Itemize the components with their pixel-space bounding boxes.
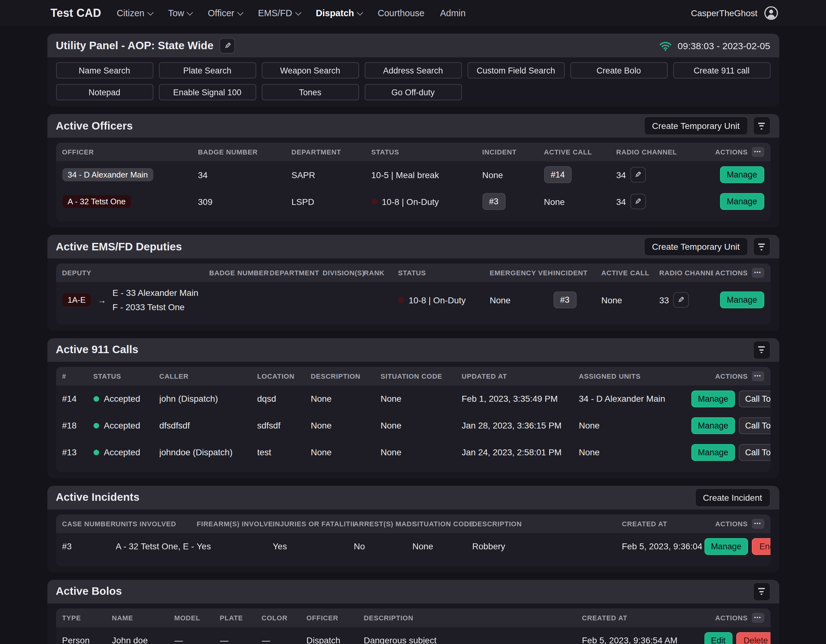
- nav-item-dispatch[interactable]: Dispatch: [316, 8, 362, 18]
- updated-at-cell: Jan 24, 2023, 2:58:01 PM: [462, 447, 579, 457]
- manage-call-button[interactable]: Manage: [691, 390, 735, 407]
- notepad-button[interactable]: Notepad: [56, 84, 153, 100]
- incident-button[interactable]: #3: [482, 193, 505, 210]
- unit-members: E - 33 Alexander Main F - 2033 Tetst One: [113, 287, 199, 313]
- unit-chip[interactable]: A - 32 Tetst One: [62, 195, 131, 208]
- create-temporary-unit-button[interactable]: Create Temporary Unit: [644, 116, 748, 135]
- edit-radio-channel-button[interactable]: ✎: [630, 167, 646, 183]
- edit-radio-channel-button[interactable]: ✎: [630, 194, 646, 209]
- col-radio-channel: RADIO CHANNEL: [616, 148, 710, 156]
- nav-item-emsfd[interactable]: EMS/FD: [258, 8, 300, 18]
- pencil-icon: ✎: [635, 171, 641, 179]
- nav-item-admin[interactable]: Admin: [440, 8, 466, 18]
- filter-icon[interactable]: [753, 582, 770, 601]
- status-dot: [93, 450, 99, 455]
- nav-item-officer[interactable]: Officer: [208, 8, 242, 18]
- address-search-button[interactable]: Address Search: [364, 62, 462, 79]
- column-options-icon[interactable]: •••: [751, 613, 764, 623]
- call-tow-button[interactable]: Call Tow: [739, 417, 770, 434]
- edit-bolo-button[interactable]: Edit: [704, 632, 733, 644]
- name-cell: John doe: [112, 636, 174, 644]
- nav-item-tow[interactable]: Tow: [168, 8, 193, 18]
- nav-item-courthouse[interactable]: Courthouse: [378, 8, 424, 18]
- column-options-icon[interactable]: •••: [751, 147, 764, 157]
- manage-call-button[interactable]: Manage: [691, 444, 735, 461]
- manage-officer-button[interactable]: Manage: [720, 193, 764, 210]
- injuries-or-fatalities-cell: Yes: [273, 542, 354, 551]
- col-created-at: CREATED AT: [582, 614, 704, 622]
- col-actions-label: ACTIONS: [715, 614, 748, 622]
- column-options-icon[interactable]: •••: [751, 371, 764, 381]
- radio-channel-cell: 33 ✎: [659, 293, 713, 308]
- col-situation-code: SITUATION CODE: [380, 372, 462, 380]
- status-text: Accepted: [104, 447, 140, 457]
- location-cell: dqsd: [257, 394, 311, 404]
- active-911-calls-title: Active 911 Calls: [56, 344, 138, 356]
- active-bolos-header: Active Bolos: [47, 580, 779, 604]
- badge-number-cell: 309: [198, 197, 292, 206]
- col-status: STATUS: [371, 148, 482, 156]
- active-911-calls-card: Active 911 Calls # STATUS CALLER LOCATI: [47, 338, 779, 478]
- nav-item-label: Officer: [208, 8, 234, 18]
- name-search-button[interactable]: Name Search: [56, 62, 153, 79]
- active-bolos-card: Active Bolos TYPE NAME MODEL PLATE: [47, 580, 779, 644]
- col-id: #: [62, 372, 93, 380]
- manage-officer-button[interactable]: Manage: [720, 166, 764, 183]
- col-status: STATUS: [398, 269, 490, 277]
- tones-button[interactable]: Tones: [261, 84, 359, 100]
- active-officers-title: Active Officers: [56, 119, 133, 132]
- active-ems-header: Active EMS/FD Deputies Create Temporary …: [47, 235, 779, 259]
- filter-icon[interactable]: [753, 341, 770, 359]
- col-active-call: ACTIVE CALL: [601, 269, 659, 277]
- col-actions-label: ACTIONS: [715, 372, 748, 380]
- status-cell: Accepted: [93, 447, 159, 457]
- manage-deputy-button[interactable]: Manage: [720, 292, 764, 309]
- create-bolo-button[interactable]: Create Bolo: [570, 62, 668, 79]
- filter-icon[interactable]: [753, 116, 770, 135]
- column-options-icon[interactable]: •••: [751, 519, 764, 529]
- department-cell: SAPR: [292, 170, 371, 180]
- assigned-units-cell: None: [579, 421, 691, 431]
- page: Test CAD Citizen Tow Officer EMS/FD Disp…: [0, 0, 826, 644]
- filter-bar: [759, 125, 764, 127]
- create-911-call-button[interactable]: Create 911 call: [673, 62, 770, 79]
- arrow-right-icon: →: [98, 295, 106, 305]
- enable-signal-100-button[interactable]: Enable Signal 100: [158, 84, 256, 100]
- edit-aop-button[interactable]: ✎: [220, 38, 235, 53]
- end-incident-button[interactable]: End: [752, 538, 770, 555]
- manage-incident-button[interactable]: Manage: [704, 538, 748, 555]
- filter-icon[interactable]: [753, 237, 770, 256]
- call-id-cell: #18: [62, 421, 93, 431]
- custom-field-search-button[interactable]: Custom Field Search: [467, 62, 565, 79]
- caller-cell: johndoe (Dispatch): [159, 447, 257, 457]
- status-dot: [371, 199, 377, 204]
- call-tow-button[interactable]: Call Tow: [739, 390, 770, 407]
- edit-radio-channel-button[interactable]: ✎: [673, 293, 689, 308]
- create-temporary-unit-button[interactable]: Create Temporary Unit: [644, 237, 748, 256]
- col-units-involved: UNITS INVOLVED: [116, 520, 197, 528]
- call-tow-button[interactable]: Call Tow: [739, 444, 770, 461]
- ems-table-header: DEPUTY BADGE NUMBER DEPARTMENT DIVISION(…: [56, 263, 770, 282]
- filter-bar: [758, 243, 765, 245]
- create-incident-button[interactable]: Create Incident: [695, 488, 770, 507]
- user-avatar-icon[interactable]: [764, 6, 779, 20]
- officers-table-header: OFFICER BADGE NUMBER DEPARTMENT STATUS I…: [56, 142, 770, 161]
- active-call-button[interactable]: #14: [544, 166, 571, 183]
- unit-chip[interactable]: 1A-E: [62, 294, 91, 307]
- radio-channel-cell: 34 ✎: [616, 194, 710, 209]
- delete-bolo-button[interactable]: Delete: [736, 632, 770, 644]
- column-options-icon[interactable]: •••: [751, 268, 764, 278]
- col-officer: OFFICER: [62, 148, 198, 156]
- calls-table-header: # STATUS CALLER LOCATION DESCRIPTION SIT…: [56, 367, 770, 385]
- created-at-cell: Feb 5, 2023, 9:36:04 AM: [622, 542, 704, 551]
- go-off-duty-button[interactable]: Go Off-duty: [364, 84, 462, 100]
- col-divisions: DIVISION(S): [323, 269, 364, 277]
- manage-call-button[interactable]: Manage: [691, 417, 735, 434]
- connection-wifi-icon: [659, 40, 672, 51]
- nav-item-citizen[interactable]: Citizen: [117, 8, 153, 18]
- unit-chip[interactable]: 34 - D Alexander Main: [62, 168, 153, 181]
- plate-search-button[interactable]: Plate Search: [158, 62, 256, 79]
- weapon-search-button[interactable]: Weapon Search: [261, 62, 359, 79]
- incident-button[interactable]: #3: [553, 292, 576, 309]
- description-cell: Dangerous subject: [364, 636, 582, 644]
